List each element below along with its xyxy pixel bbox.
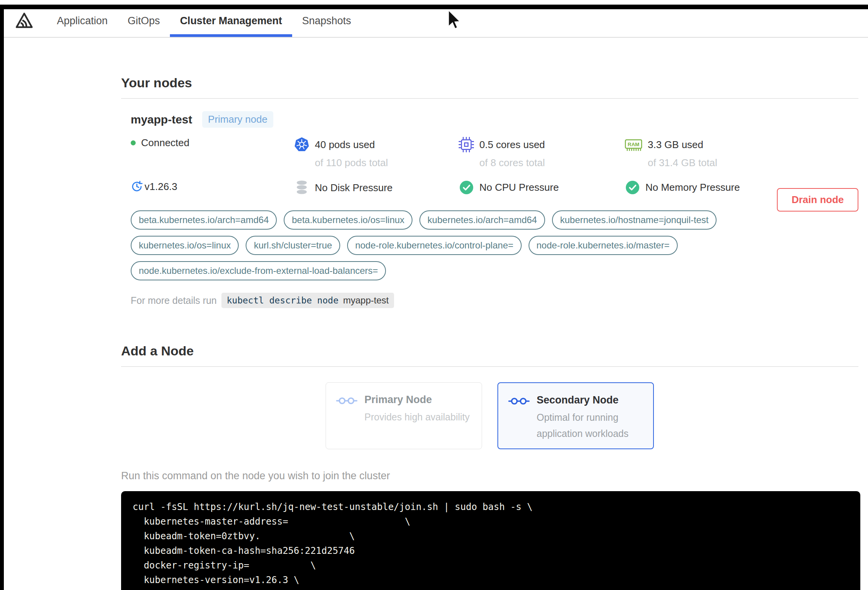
command-line: curl -fsSL https://kurl.sh/jq-new-test-u… bbox=[133, 500, 849, 514]
primary-node-option[interactable]: Primary Node Provides high availability bbox=[326, 382, 482, 449]
add-node-title: Add a Node bbox=[121, 343, 858, 358]
window-edge-top bbox=[0, 5, 868, 9]
node-link-icon bbox=[508, 396, 530, 439]
ram-icon: RAM bbox=[625, 137, 642, 152]
kubectl-node-name: myapp-test bbox=[343, 295, 389, 306]
node-name: myapp-test bbox=[131, 113, 192, 126]
cpu-stat: 0.5 cores used of 8 cores total bbox=[459, 137, 625, 169]
version-refresh-icon bbox=[131, 180, 143, 193]
node-label-pill: kubernetes.io/arch=amd64 bbox=[419, 210, 545, 230]
window-edge-left bbox=[0, 5, 4, 590]
secondary-node-option[interactable]: Secondary Node Optimal for running appli… bbox=[497, 382, 654, 449]
command-line: kubeadm-token=0ztbvy. \ bbox=[133, 529, 849, 543]
memory-pressure-label: No Memory Pressure bbox=[645, 182, 740, 193]
join-command-instruction: Run this command on the node you wish to… bbox=[121, 470, 858, 482]
node-version-label: v1.26.3 bbox=[145, 181, 177, 193]
tab-application[interactable]: Application bbox=[47, 5, 118, 37]
node-label-pill: node.kubernetes.io/exclude-from-external… bbox=[131, 261, 386, 280]
tab-gitops[interactable]: GitOps bbox=[118, 5, 170, 37]
cpu-pressure-label: No CPU Pressure bbox=[479, 182, 559, 193]
connected-dot-icon bbox=[131, 140, 136, 145]
node-stats-row-2: v1.26.3 No Disk Pressure bbox=[131, 180, 858, 195]
node-link-icon bbox=[336, 396, 358, 440]
ram-stat: RAM 3.3 GB used bbox=[625, 137, 858, 169]
node-status-label: Connected bbox=[141, 137, 190, 149]
node-label-pill: kubernetes.io/hostname=jonquil-test bbox=[552, 210, 717, 230]
node-labels: beta.kubernetes.io/arch=amd64 beta.kuber… bbox=[131, 210, 858, 280]
node-label-pill: node-role.kubernetes.io/master= bbox=[529, 236, 678, 255]
node-type-options: Primary Node Provides high availability bbox=[121, 382, 858, 449]
section-divider bbox=[121, 98, 858, 99]
node-status: Connected bbox=[131, 137, 294, 149]
node-label-pill: beta.kubernetes.io/os=linux bbox=[284, 210, 412, 230]
command-line: kubernetes-master-address= \ bbox=[133, 514, 849, 529]
primary-node-option-desc: Provides high availability bbox=[364, 409, 470, 425]
kubernetes-icon bbox=[294, 137, 309, 152]
pods-total: of 110 pods total bbox=[315, 157, 459, 169]
check-circle-icon bbox=[459, 180, 474, 195]
node-label-pill: beta.kubernetes.io/arch=amd64 bbox=[131, 210, 277, 230]
node-label-pill: kurl.sh/cluster=true bbox=[246, 236, 340, 255]
add-node-section: Add a Node Primary Node bbox=[121, 343, 858, 590]
section-divider bbox=[121, 366, 858, 367]
mouse-cursor bbox=[447, 9, 463, 35]
command-line: kubeadm-token-ca-hash=sha256:221d25746 bbox=[133, 543, 849, 558]
cores-total: of 8 cores total bbox=[479, 157, 625, 169]
main-content: Your nodes myapp-test Primary node Conne… bbox=[121, 75, 858, 590]
node-stats-row-1: Connected bbox=[131, 137, 858, 169]
your-nodes-section: Your nodes myapp-test Primary node Conne… bbox=[121, 75, 858, 308]
disk-icon bbox=[294, 180, 309, 195]
tab-cluster-management[interactable]: Cluster Management bbox=[170, 5, 292, 37]
primary-node-option-title: Primary Node bbox=[364, 392, 470, 407]
node-version: v1.26.3 bbox=[131, 180, 294, 193]
disk-pressure-label: No Disk Pressure bbox=[315, 182, 392, 194]
node-card: myapp-test Primary node Connected bbox=[121, 111, 858, 308]
top-nav: Application GitOps Cluster Management Sn… bbox=[0, 5, 868, 38]
pods-used-value: 40 pods used bbox=[315, 139, 375, 151]
secondary-node-option-desc: Optimal for running application workload… bbox=[537, 409, 643, 442]
replicated-logo bbox=[15, 5, 34, 37]
command-line: primary-host= bbox=[133, 587, 849, 590]
your-nodes-title: Your nodes bbox=[121, 75, 858, 90]
cpu-pressure-status: No CPU Pressure bbox=[459, 180, 625, 195]
admin-console-window: Application GitOps Cluster Management Sn… bbox=[0, 5, 868, 590]
command-line: kubernetes-version=v1.26.3 \ bbox=[133, 573, 849, 587]
disk-pressure-status: No Disk Pressure bbox=[294, 180, 459, 195]
primary-node-badge: Primary node bbox=[202, 111, 273, 128]
node-label-pill: kubernetes.io/os=linux bbox=[131, 236, 239, 255]
pods-stat: 40 pods used of 110 pods total bbox=[294, 137, 459, 169]
cores-used-value: 0.5 cores used bbox=[479, 139, 545, 151]
ram-total: of 31.4 GB total bbox=[648, 157, 858, 169]
svg-text:RAM: RAM bbox=[628, 142, 640, 147]
check-circle-icon bbox=[625, 180, 640, 195]
command-line: docker-registry-ip= \ bbox=[133, 558, 849, 573]
details-prefix: For more details run bbox=[131, 295, 217, 306]
node-header: myapp-test Primary node bbox=[131, 111, 858, 128]
node-details-hint: For more details run kubectl describe no… bbox=[131, 293, 858, 308]
ram-used-value: 3.3 GB used bbox=[648, 139, 703, 151]
join-command-terminal: curl -fsSL https://kurl.sh/jq-new-test-u… bbox=[121, 491, 860, 590]
cpu-icon bbox=[459, 137, 474, 152]
drain-node-button[interactable]: Drain node bbox=[777, 188, 858, 212]
node-label-pill: node-role.kubernetes.io/control-plane= bbox=[347, 236, 522, 255]
kubectl-describe-chip: kubectl describe node myapp-test bbox=[221, 293, 394, 308]
secondary-node-option-title: Secondary Node bbox=[537, 392, 643, 408]
tab-snapshots[interactable]: Snapshots bbox=[292, 5, 361, 37]
kubectl-command: kubectl describe node bbox=[227, 295, 339, 305]
nav-tabs: Application GitOps Cluster Management Sn… bbox=[47, 5, 361, 37]
